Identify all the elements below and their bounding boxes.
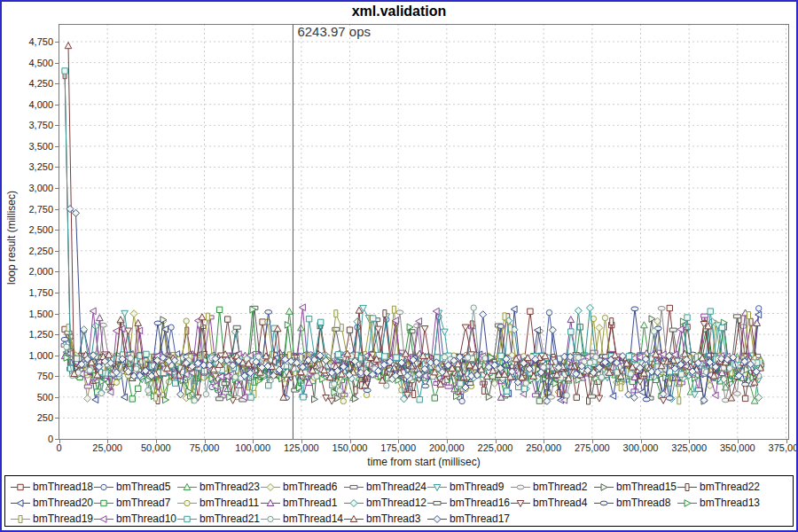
x-tick-label: 175,000 bbox=[372, 442, 425, 453]
legend-item-bmThread20: bmThread20 bbox=[11, 495, 94, 511]
legend-item-bmThread10: bmThread10 bbox=[94, 511, 177, 527]
legend-label: bmThread8 bbox=[616, 497, 670, 509]
x-tick-mark bbox=[447, 440, 448, 443]
x-tick-label: 275,000 bbox=[566, 442, 619, 453]
series-marker-icon bbox=[94, 498, 113, 508]
legend-label: bmThread23 bbox=[200, 481, 260, 493]
x-tick-label: 350,000 bbox=[711, 442, 764, 453]
y-tick-label: 2,000 bbox=[7, 266, 53, 277]
legend-box: bmThread18bmThread5bmThread23bmThread6bm… bbox=[4, 475, 794, 527]
x-tick-label: 150,000 bbox=[324, 442, 377, 453]
y-tick-mark bbox=[55, 42, 59, 43]
y-tick-mark bbox=[55, 293, 59, 293]
legend-label: bmThread11 bbox=[200, 497, 259, 509]
series-marker-icon bbox=[11, 482, 30, 492]
legend-label: bmThread4 bbox=[533, 497, 587, 509]
legend-label: bmThread20 bbox=[33, 497, 93, 509]
x-tick-label: 375,000 bbox=[760, 442, 798, 453]
x-tick-label: 325,000 bbox=[662, 442, 716, 453]
series-marker-icon bbox=[261, 498, 280, 508]
y-tick-mark bbox=[55, 167, 59, 168]
y-tick-label: 1,500 bbox=[7, 309, 53, 319]
legend-item-bmThread22: bmThread22 bbox=[677, 479, 761, 495]
x-tick-mark bbox=[689, 440, 690, 443]
x-tick-mark bbox=[253, 440, 254, 443]
legend-item-bmThread6: bmThread6 bbox=[261, 479, 344, 495]
y-tick-label: 3,000 bbox=[7, 183, 53, 193]
y-tick-label: 2,750 bbox=[7, 204, 53, 215]
y-tick-mark bbox=[55, 105, 59, 106]
legend-label: bmThread6 bbox=[283, 481, 337, 493]
y-tick-mark bbox=[55, 439, 59, 440]
legend-item-bmThread2: bmThread2 bbox=[511, 479, 594, 495]
y-tick-mark bbox=[55, 83, 59, 84]
y-tick-mark bbox=[55, 376, 59, 377]
x-tick-label: 25,000 bbox=[81, 442, 134, 453]
legend-label: bmThread1 bbox=[283, 497, 337, 509]
y-tick-mark bbox=[55, 209, 59, 210]
legend-label: bmThread17 bbox=[450, 512, 510, 525]
chart-plot-area[interactable] bbox=[59, 24, 789, 440]
legend-item-bmThread21: bmThread21 bbox=[177, 511, 261, 527]
x-tick-label: 75,000 bbox=[178, 442, 231, 453]
series-marker-icon bbox=[344, 498, 364, 508]
x-tick-mark bbox=[496, 440, 497, 443]
y-tick-mark bbox=[55, 63, 59, 64]
legend-label: bmThread19 bbox=[33, 512, 93, 525]
x-tick-label: 225,000 bbox=[469, 442, 522, 453]
y-tick-mark bbox=[55, 125, 59, 126]
x-tick-label: 125,000 bbox=[275, 442, 328, 453]
y-tick-label: 1,750 bbox=[7, 287, 53, 298]
y-tick-mark bbox=[55, 397, 59, 398]
y-tick-label: 3,250 bbox=[7, 161, 53, 172]
x-tick-mark bbox=[59, 440, 60, 443]
y-tick-label: 4,250 bbox=[7, 78, 53, 89]
x-tick-mark bbox=[592, 440, 593, 443]
x-tick-label: 50,000 bbox=[129, 442, 183, 453]
legend-item-bmThread1: bmThread1 bbox=[261, 495, 344, 511]
y-tick-label: 4,500 bbox=[7, 58, 53, 68]
legend-item-bmThread16: bmThread16 bbox=[427, 495, 511, 511]
series-marker-icon bbox=[677, 498, 697, 508]
x-tick-mark bbox=[350, 440, 351, 443]
y-tick-label: 4,750 bbox=[7, 36, 53, 47]
legend-item-bmThread15: bmThread15 bbox=[594, 479, 677, 495]
y-tick-mark bbox=[55, 230, 59, 231]
y-tick-label: 3,750 bbox=[7, 120, 53, 130]
y-tick-label: 500 bbox=[7, 392, 53, 403]
ops-annotation: 6243.97 ops bbox=[297, 24, 371, 39]
x-tick-label: 100,000 bbox=[226, 442, 279, 453]
x-tick-mark bbox=[156, 440, 157, 443]
legend-label: bmThread13 bbox=[700, 497, 760, 509]
legend-label: bmThread18 bbox=[33, 481, 93, 493]
series-marker-icon bbox=[594, 482, 614, 492]
legend-item-bmThread11: bmThread11 bbox=[177, 495, 261, 511]
legend-item-bmThread3: bmThread3 bbox=[344, 511, 427, 527]
series-marker-icon bbox=[11, 498, 30, 508]
x-tick-mark bbox=[641, 440, 642, 443]
legend-item-bmThread7: bmThread7 bbox=[94, 495, 177, 511]
x-tick-mark bbox=[205, 440, 206, 443]
x-tick-mark bbox=[786, 440, 787, 443]
y-tick-mark bbox=[55, 271, 59, 272]
y-tick-label: 2,500 bbox=[7, 224, 53, 235]
y-tick-mark bbox=[55, 314, 59, 315]
legend-label: bmThread10 bbox=[116, 512, 176, 525]
series-marker-icon bbox=[427, 498, 447, 508]
series-marker-icon bbox=[511, 482, 530, 492]
legend-item-bmThread18: bmThread18 bbox=[11, 479, 94, 495]
legend-label: bmThread9 bbox=[450, 481, 504, 493]
x-tick-mark bbox=[398, 440, 399, 443]
x-tick-mark bbox=[738, 440, 739, 443]
legend-label: bmThread3 bbox=[366, 512, 420, 525]
series-marker-icon bbox=[94, 482, 113, 492]
y-tick-mark bbox=[55, 334, 59, 335]
y-tick-label: 750 bbox=[7, 371, 53, 381]
series-marker-icon bbox=[344, 514, 364, 524]
series-marker-icon bbox=[677, 482, 697, 492]
y-tick-mark bbox=[55, 356, 59, 356]
x-tick-label: 250,000 bbox=[517, 442, 570, 453]
legend-item-bmThread8: bmThread8 bbox=[594, 495, 677, 511]
x-tick-label: 0 bbox=[33, 442, 86, 453]
y-tick-label: 4,000 bbox=[7, 99, 53, 110]
